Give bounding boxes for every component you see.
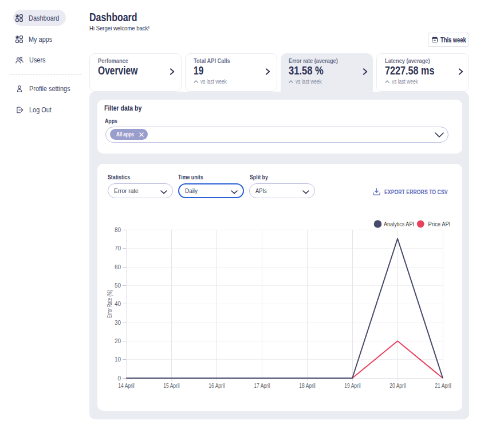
svg-text:40: 40 — [115, 301, 121, 307]
svg-text:0: 0 — [117, 375, 121, 382]
svg-text:50: 50 — [115, 282, 121, 289]
svg-text:80: 80 — [115, 227, 121, 233]
svg-text:18 April: 18 April — [299, 383, 316, 389]
svg-text:60: 60 — [115, 264, 121, 270]
svg-text:17 April: 17 April — [254, 383, 270, 389]
svg-text:30: 30 — [115, 320, 121, 326]
svg-text:16 April: 16 April — [208, 383, 225, 389]
svg-text:21 April: 21 April — [435, 383, 451, 389]
svg-text:10: 10 — [115, 356, 121, 363]
svg-text:19 April: 19 April — [344, 383, 361, 389]
svg-text:Price API: Price API — [428, 221, 451, 227]
svg-text:70: 70 — [115, 245, 121, 251]
svg-text:Analytics API: Analytics API — [384, 221, 414, 227]
svg-text:14 April: 14 April — [118, 383, 135, 389]
svg-text:Error Rate (%): Error Rate (%) — [107, 290, 113, 318]
svg-text:15 April: 15 April — [163, 383, 180, 389]
svg-text:20: 20 — [115, 338, 121, 344]
svg-text:20 April: 20 April — [389, 383, 406, 389]
